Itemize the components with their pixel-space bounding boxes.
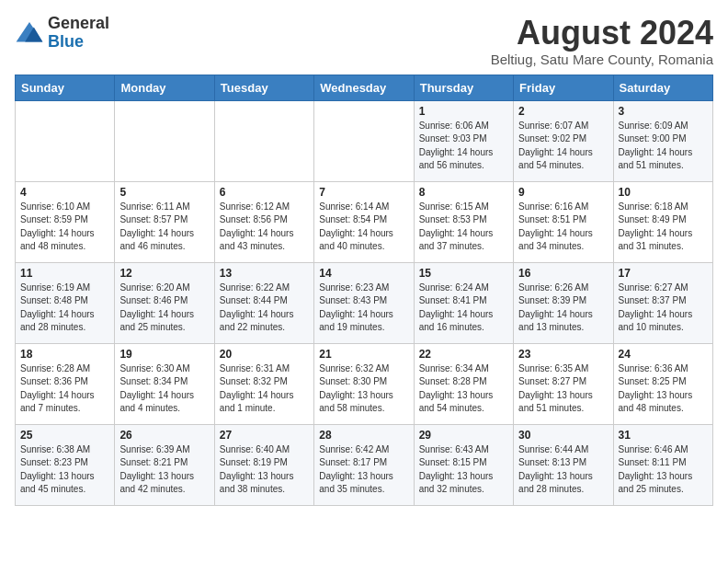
day-number: 5 [119, 186, 209, 199]
week-row-3: 18Sunrise: 6:28 AM Sunset: 8:36 PM Dayli… [16, 343, 713, 424]
day-info: Sunrise: 6:35 AM Sunset: 8:27 PM Dayligh… [518, 362, 608, 416]
header-cell-tuesday: Tuesday [214, 75, 313, 100]
calendar-cell: 9Sunrise: 6:16 AM Sunset: 8:51 PM Daylig… [514, 181, 613, 262]
day-info: Sunrise: 6:09 AM Sunset: 9:00 PM Dayligh… [619, 120, 708, 173]
header-cell-saturday: Saturday [613, 75, 712, 100]
title-block: August 2024 Beltiug, Satu Mare County, R… [491, 15, 713, 67]
calendar-cell: 7Sunrise: 6:14 AM Sunset: 8:54 PM Daylig… [314, 181, 414, 262]
day-info: Sunrise: 6:18 AM Sunset: 8:49 PM Dayligh… [619, 201, 708, 254]
day-number: 30 [518, 429, 608, 442]
day-number: 12 [119, 267, 209, 280]
calendar-cell: 28Sunrise: 6:42 AM Sunset: 8:17 PM Dayli… [314, 424, 414, 505]
day-number: 1 [419, 105, 508, 118]
calendar-cell: 29Sunrise: 6:43 AM Sunset: 8:15 PM Dayli… [414, 424, 513, 505]
day-number: 3 [619, 105, 708, 118]
day-number: 10 [619, 186, 708, 199]
calendar-cell: 16Sunrise: 6:26 AM Sunset: 8:39 PM Dayli… [514, 262, 613, 343]
week-row-0: 1Sunrise: 6:06 AM Sunset: 9:03 PM Daylig… [16, 100, 713, 181]
day-number: 13 [220, 267, 309, 280]
day-number: 28 [319, 429, 408, 442]
day-number: 27 [220, 429, 309, 442]
day-info: Sunrise: 6:44 AM Sunset: 8:13 PM Dayligh… [518, 443, 608, 497]
day-number: 16 [518, 267, 608, 280]
week-row-2: 11Sunrise: 6:19 AM Sunset: 8:48 PM Dayli… [16, 262, 713, 343]
calendar-cell: 12Sunrise: 6:20 AM Sunset: 8:46 PM Dayli… [115, 262, 214, 343]
calendar-table: SundayMondayTuesdayWednesdayThursdayFrid… [15, 75, 713, 506]
header-cell-wednesday: Wednesday [314, 75, 414, 100]
calendar-cell: 6Sunrise: 6:12 AM Sunset: 8:56 PM Daylig… [214, 181, 313, 262]
calendar-cell: 22Sunrise: 6:34 AM Sunset: 8:28 PM Dayli… [414, 343, 513, 424]
day-info: Sunrise: 6:22 AM Sunset: 8:44 PM Dayligh… [220, 282, 309, 335]
day-number: 22 [419, 348, 508, 361]
day-info: Sunrise: 6:28 AM Sunset: 8:36 PM Dayligh… [20, 362, 109, 416]
header-cell-friday: Friday [514, 75, 613, 100]
day-info: Sunrise: 6:19 AM Sunset: 8:48 PM Dayligh… [20, 282, 109, 335]
week-row-1: 4Sunrise: 6:10 AM Sunset: 8:59 PM Daylig… [16, 181, 713, 262]
calendar-cell: 24Sunrise: 6:36 AM Sunset: 8:25 PM Dayli… [613, 343, 712, 424]
day-info: Sunrise: 6:31 AM Sunset: 8:32 PM Dayligh… [220, 362, 309, 416]
day-info: Sunrise: 6:46 AM Sunset: 8:11 PM Dayligh… [619, 443, 708, 497]
day-number: 25 [20, 429, 109, 442]
calendar-cell: 31Sunrise: 6:46 AM Sunset: 8:11 PM Dayli… [613, 424, 712, 505]
calendar-cell: 13Sunrise: 6:22 AM Sunset: 8:44 PM Dayli… [214, 262, 313, 343]
day-info: Sunrise: 6:15 AM Sunset: 8:53 PM Dayligh… [419, 201, 508, 254]
logo-general: General [48, 15, 109, 33]
day-info: Sunrise: 6:23 AM Sunset: 8:43 PM Dayligh… [319, 282, 408, 335]
calendar-cell: 11Sunrise: 6:19 AM Sunset: 8:48 PM Dayli… [16, 262, 115, 343]
month-title: August 2024 [491, 15, 713, 52]
day-info: Sunrise: 6:12 AM Sunset: 8:56 PM Dayligh… [220, 201, 309, 254]
logo-blue: Blue [48, 33, 109, 52]
day-info: Sunrise: 6:43 AM Sunset: 8:15 PM Dayligh… [419, 443, 508, 497]
day-info: Sunrise: 6:30 AM Sunset: 8:34 PM Dayligh… [119, 362, 209, 416]
calendar-cell: 30Sunrise: 6:44 AM Sunset: 8:13 PM Dayli… [514, 424, 613, 505]
header-row: SundayMondayTuesdayWednesdayThursdayFrid… [16, 75, 713, 100]
calendar-cell [16, 100, 115, 181]
calendar-cell: 3Sunrise: 6:09 AM Sunset: 9:00 PM Daylig… [613, 100, 712, 181]
day-number: 11 [20, 267, 109, 280]
day-info: Sunrise: 6:40 AM Sunset: 8:19 PM Dayligh… [220, 443, 309, 497]
logo: General Blue [15, 15, 109, 52]
day-info: Sunrise: 6:39 AM Sunset: 8:21 PM Dayligh… [119, 443, 209, 497]
day-number: 6 [220, 186, 309, 199]
calendar-cell: 26Sunrise: 6:39 AM Sunset: 8:21 PM Dayli… [115, 424, 214, 505]
calendar-cell: 19Sunrise: 6:30 AM Sunset: 8:34 PM Dayli… [115, 343, 214, 424]
header-cell-sunday: Sunday [16, 75, 115, 100]
day-info: Sunrise: 6:34 AM Sunset: 8:28 PM Dayligh… [419, 362, 508, 416]
page-header: General Blue August 2024 Beltiug, Satu M… [15, 15, 713, 67]
day-number: 24 [619, 348, 708, 361]
day-info: Sunrise: 6:16 AM Sunset: 8:51 PM Dayligh… [518, 201, 608, 254]
day-info: Sunrise: 6:06 AM Sunset: 9:03 PM Dayligh… [419, 120, 508, 173]
calendar-cell [115, 100, 214, 181]
day-info: Sunrise: 6:38 AM Sunset: 8:23 PM Dayligh… [20, 443, 109, 497]
day-info: Sunrise: 6:20 AM Sunset: 8:46 PM Dayligh… [119, 282, 209, 335]
calendar-cell: 21Sunrise: 6:32 AM Sunset: 8:30 PM Dayli… [314, 343, 414, 424]
day-info: Sunrise: 6:10 AM Sunset: 8:59 PM Dayligh… [20, 201, 109, 254]
day-number: 2 [518, 105, 608, 118]
day-info: Sunrise: 6:14 AM Sunset: 8:54 PM Dayligh… [319, 201, 408, 254]
calendar-cell: 23Sunrise: 6:35 AM Sunset: 8:27 PM Dayli… [514, 343, 613, 424]
day-number: 15 [419, 267, 508, 280]
header-cell-monday: Monday [115, 75, 214, 100]
calendar-cell: 4Sunrise: 6:10 AM Sunset: 8:59 PM Daylig… [16, 181, 115, 262]
day-number: 29 [419, 429, 508, 442]
day-number: 26 [119, 429, 209, 442]
calendar-header: SundayMondayTuesdayWednesdayThursdayFrid… [16, 75, 713, 100]
header-cell-thursday: Thursday [414, 75, 513, 100]
day-info: Sunrise: 6:26 AM Sunset: 8:39 PM Dayligh… [518, 282, 608, 335]
day-info: Sunrise: 6:07 AM Sunset: 9:02 PM Dayligh… [518, 120, 608, 173]
day-info: Sunrise: 6:32 AM Sunset: 8:30 PM Dayligh… [319, 362, 408, 416]
logo-icon [15, 18, 44, 48]
calendar-cell: 27Sunrise: 6:40 AM Sunset: 8:19 PM Dayli… [214, 424, 313, 505]
calendar-cell: 17Sunrise: 6:27 AM Sunset: 8:37 PM Dayli… [613, 262, 712, 343]
calendar-cell: 1Sunrise: 6:06 AM Sunset: 9:03 PM Daylig… [414, 100, 513, 181]
calendar-cell: 20Sunrise: 6:31 AM Sunset: 8:32 PM Dayli… [214, 343, 313, 424]
day-number: 9 [518, 186, 608, 199]
day-info: Sunrise: 6:36 AM Sunset: 8:25 PM Dayligh… [619, 362, 708, 416]
day-number: 4 [20, 186, 109, 199]
day-info: Sunrise: 6:42 AM Sunset: 8:17 PM Dayligh… [319, 443, 408, 497]
day-number: 21 [319, 348, 408, 361]
calendar-cell: 25Sunrise: 6:38 AM Sunset: 8:23 PM Dayli… [16, 424, 115, 505]
calendar-cell: 10Sunrise: 6:18 AM Sunset: 8:49 PM Dayli… [613, 181, 712, 262]
day-info: Sunrise: 6:11 AM Sunset: 8:57 PM Dayligh… [119, 201, 209, 254]
calendar-cell: 18Sunrise: 6:28 AM Sunset: 8:36 PM Dayli… [16, 343, 115, 424]
